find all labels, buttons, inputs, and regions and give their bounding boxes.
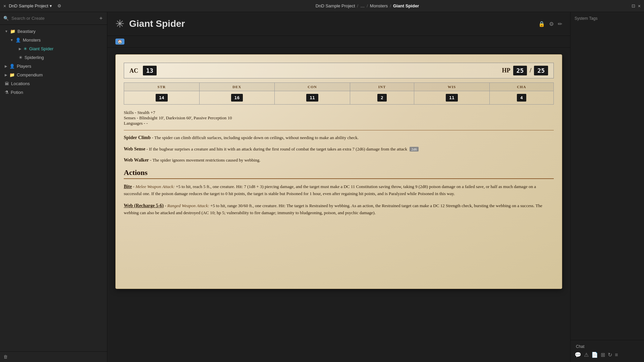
- hp-section: HP 25 / 25: [502, 66, 548, 75]
- edit-icon[interactable]: ✏: [558, 21, 562, 27]
- sidebar-item-label: Giant Spider: [29, 46, 53, 51]
- ac-label: AC: [129, 67, 138, 74]
- system-tags: System Tags: [571, 12, 644, 340]
- chat-toolbar: 💬 ⚠ 📄 ⊞ ↻ ≡: [573, 350, 641, 359]
- spider-icon: ✳: [19, 55, 22, 60]
- action-web-desc: - Ranged Weapon Attack: +5 to hit, range…: [124, 203, 542, 215]
- icon-bar: 🏠: [107, 36, 570, 48]
- breadcrumb-project: DnD Sample Project: [316, 3, 355, 8]
- str-value: 14: [124, 91, 200, 105]
- hp-max: 25: [534, 66, 548, 75]
- breadcrumb-sep2: /: [367, 3, 368, 8]
- page-title: Giant Spider: [129, 18, 185, 29]
- menu-icon[interactable]: ≡: [615, 352, 618, 358]
- window-close-button[interactable]: ×: [638, 3, 641, 9]
- action-web: Web (Recharge 5-6) - Ranged Weapon Attac…: [124, 202, 554, 217]
- action-bite-name: Bite: [124, 184, 132, 189]
- chat-section: Chat 💬 ⚠ 📄 ⊞ ↻ ≡: [571, 340, 644, 362]
- wis-header: WIS: [414, 83, 490, 91]
- chevron-down-icon: ▼: [10, 38, 13, 42]
- sidebar-item-locations[interactable]: 🏛 Locations: [1, 79, 106, 88]
- sidebar-search-bar[interactable]: 🔍 ＋: [0, 12, 107, 25]
- chevron-right-icon: ▶: [5, 73, 7, 77]
- topbar-left: × DnD Sample Project ▾ ⚙: [3, 3, 111, 9]
- sidebar-item-beastiary[interactable]: ▼ 📁 Beastiary: [1, 27, 106, 36]
- divider: [124, 130, 554, 130]
- project-title[interactable]: DnD Sample Project ▾: [9, 3, 52, 8]
- hp-current: 25: [513, 66, 527, 75]
- settings-icon[interactable]: ⚙: [57, 3, 61, 8]
- table-icon[interactable]: ⊞: [601, 352, 605, 358]
- ac-value: 13: [143, 66, 157, 75]
- folder-icon: 📁: [9, 72, 15, 77]
- sidebar-item-label: Potion: [11, 90, 23, 95]
- sidebar-item-label: Beastiary: [17, 29, 36, 34]
- close-button[interactable]: ×: [3, 3, 6, 9]
- sidebar-bottom: 🗑: [0, 351, 107, 362]
- trait-web-walker: Web Walker - The spider ignores movement…: [124, 157, 554, 164]
- senses-text: Senses - Blindsight 10', Darkvision 60',…: [124, 115, 554, 121]
- sidebar-item-spiderling[interactable]: ✳ Spiderling: [1, 53, 106, 62]
- sidebar-item-giant-spider[interactable]: ▶ ✳ Giant Spider: [1, 45, 106, 53]
- spider-icon: ✳: [23, 46, 27, 51]
- sidebar-item-potion[interactable]: ⚗ Potion: [1, 88, 106, 97]
- person-icon: 👤: [9, 64, 15, 69]
- str-header: STR: [124, 83, 200, 91]
- trait-web-sense: Web Sense - If the bugbear surprises a c…: [124, 146, 554, 153]
- trait-spider-climb: Spider Climb - The spider can climb diff…: [124, 134, 554, 141]
- ability-grid: STR DEX CON INT WIS CHA 14 16 11: [124, 82, 554, 105]
- sidebar-item-label: Players: [17, 64, 31, 69]
- parchment: AC 13 HP 25 / 25 STR: [115, 54, 562, 289]
- breadcrumb-section: Monsters: [370, 3, 388, 8]
- alert-icon[interactable]: ⚠: [584, 352, 589, 358]
- sidebar-item-label: Spiderling: [24, 55, 44, 60]
- person-icon: 👤: [15, 38, 21, 43]
- home-icon[interactable]: 🏠: [115, 39, 124, 45]
- cha-header: CHA: [489, 83, 553, 91]
- chevron-right-icon: ▶: [19, 47, 21, 51]
- action-bite-desc: - Melee Weapon Attack: +5 to hit, reach …: [124, 184, 536, 196]
- refresh-icon[interactable]: ↻: [608, 352, 612, 358]
- monster-sheet[interactable]: AC 13 HP 25 / 25 STR: [107, 48, 570, 362]
- document-icon[interactable]: 📄: [591, 352, 598, 358]
- expand-button[interactable]: ⊡: [632, 3, 635, 9]
- chevron-right-icon: ▶: [5, 64, 7, 68]
- ac-section: AC 13: [129, 66, 157, 75]
- search-input[interactable]: [11, 16, 96, 21]
- settings-icon[interactable]: ⚙: [549, 21, 554, 27]
- dex-header: DEX: [199, 83, 275, 91]
- wis-value: 11: [414, 91, 490, 105]
- breadcrumb-middle: …: [360, 3, 365, 8]
- chat-bubble-icon[interactable]: 💬: [575, 352, 581, 358]
- sidebar-item-label: Compendium: [17, 72, 43, 77]
- potion-icon: ⚗: [5, 90, 9, 95]
- ability-values-row: 14 16 11 2 11 4: [124, 91, 554, 105]
- con-value: 11: [275, 91, 350, 105]
- int-value: 2: [350, 91, 414, 105]
- languages-text: Languages - -: [124, 121, 554, 126]
- hp-label: HP: [502, 67, 511, 74]
- sidebar-item-players[interactable]: ▶ 👤 Players: [1, 62, 106, 70]
- chat-label: Chat: [573, 343, 641, 350]
- trash-icon[interactable]: 🗑: [3, 354, 8, 359]
- sidebar-item-label: Locations: [11, 81, 30, 86]
- hp-sep: /: [530, 67, 531, 74]
- breadcrumb: DnD Sample Project / … / Monsters / Gian…: [114, 3, 621, 8]
- page-header-actions: 🔒 ⚙ ✏: [538, 21, 562, 27]
- dex-value: 16: [199, 91, 275, 105]
- topbar: × DnD Sample Project ▾ ⚙ DnD Sample Proj…: [0, 0, 644, 12]
- topbar-right: ⊡ ×: [624, 3, 641, 9]
- lock-icon[interactable]: 🔒: [538, 21, 545, 27]
- chevron-down-icon: ▼: [5, 29, 8, 33]
- int-header: INT: [350, 83, 414, 91]
- content-area: ✳ Giant Spider 🔒 ⚙ ✏ 🏠 AC 13: [107, 12, 570, 362]
- sidebar: 🔍 ＋ ▼ 📁 Beastiary ▼ 👤 Monsters ▶ ✳ Giant…: [0, 12, 107, 362]
- sidebar-item-compendium[interactable]: ▶ 📁 Compendium: [1, 71, 106, 79]
- add-button[interactable]: ＋: [98, 15, 104, 22]
- con-header: CON: [275, 83, 350, 91]
- sidebar-item-monsters[interactable]: ▼ 👤 Monsters: [1, 36, 106, 44]
- sidebar-nav: ▼ 📁 Beastiary ▼ 👤 Monsters ▶ ✳ Giant Spi…: [0, 25, 107, 351]
- main-layout: 🔍 ＋ ▼ 📁 Beastiary ▼ 👤 Monsters ▶ ✳ Giant…: [0, 12, 644, 362]
- breadcrumb-sep3: /: [390, 3, 391, 8]
- ac-hp-row: AC 13 HP 25 / 25: [124, 63, 554, 78]
